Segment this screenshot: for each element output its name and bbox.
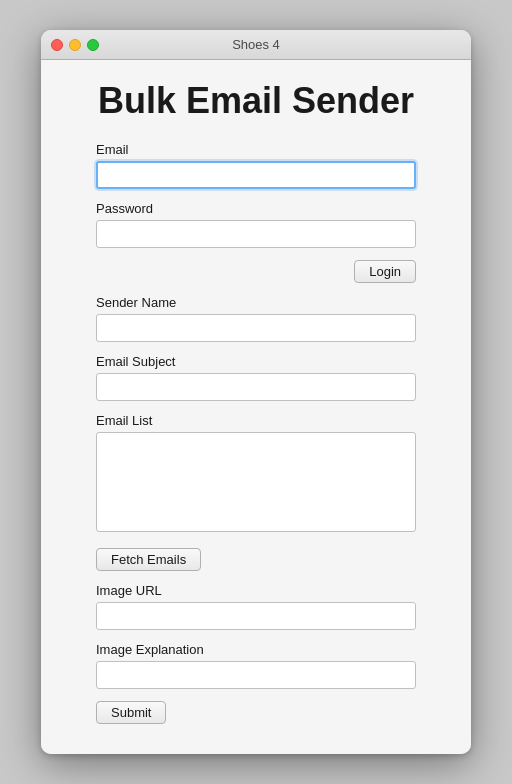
- email-list-label: Email List: [96, 413, 416, 428]
- maximize-button[interactable]: [87, 39, 99, 51]
- content-area: Bulk Email Sender Email Password Login S…: [41, 60, 471, 754]
- image-explanation-input[interactable]: [96, 661, 416, 689]
- image-url-group: Image URL: [96, 583, 416, 630]
- titlebar: Shoes 4: [41, 30, 471, 60]
- traffic-lights: [51, 39, 99, 51]
- email-list-textarea[interactable]: [96, 432, 416, 532]
- login-button[interactable]: Login: [354, 260, 416, 283]
- close-button[interactable]: [51, 39, 63, 51]
- email-list-group: Email List: [96, 413, 416, 536]
- email-subject-input[interactable]: [96, 373, 416, 401]
- password-label: Password: [96, 201, 416, 216]
- sender-name-input[interactable]: [96, 314, 416, 342]
- email-subject-group: Email Subject: [96, 354, 416, 401]
- window-title: Shoes 4: [232, 37, 280, 52]
- image-explanation-group: Image Explanation: [96, 642, 416, 689]
- sender-name-group: Sender Name: [96, 295, 416, 342]
- email-subject-label: Email Subject: [96, 354, 416, 369]
- image-url-label: Image URL: [96, 583, 416, 598]
- email-label: Email: [96, 142, 416, 157]
- image-url-input[interactable]: [96, 602, 416, 630]
- sender-name-label: Sender Name: [96, 295, 416, 310]
- main-window: Shoes 4 Bulk Email Sender Email Password…: [41, 30, 471, 754]
- image-explanation-label: Image Explanation: [96, 642, 416, 657]
- submit-button[interactable]: Submit: [96, 701, 166, 724]
- email-group: Email: [96, 142, 416, 189]
- password-group: Password: [96, 201, 416, 248]
- password-input[interactable]: [96, 220, 416, 248]
- minimize-button[interactable]: [69, 39, 81, 51]
- app-title: Bulk Email Sender: [96, 80, 416, 122]
- login-row: Login: [96, 260, 416, 283]
- fetch-emails-button[interactable]: Fetch Emails: [96, 548, 201, 571]
- submit-row: Submit: [96, 701, 416, 724]
- fetch-row: Fetch Emails: [96, 548, 416, 571]
- email-input[interactable]: [96, 161, 416, 189]
